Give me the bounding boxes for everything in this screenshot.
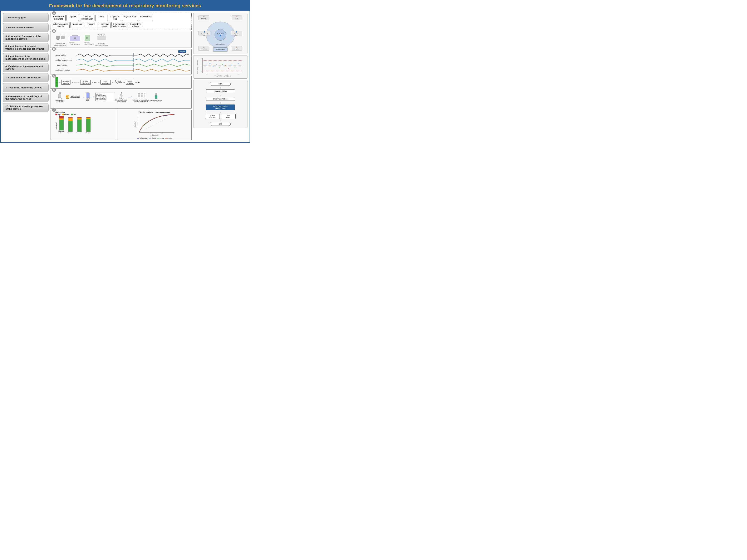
section-a-label: A (52, 11, 56, 15)
goal-pneumonia: Pneumonia (71, 22, 84, 28)
svg-rect-36 (145, 95, 145, 97)
svg-point-20 (59, 92, 61, 94)
svg-rect-32 (138, 95, 140, 97)
section-d-label: D (52, 47, 56, 51)
steps-column: 1. Monitoring goal 2. Measurement scenar… (3, 13, 49, 140)
svg-text:25: 25 (237, 73, 239, 75)
svg-line-23 (61, 97, 62, 100)
svg-text:0.6: 0.6 (137, 120, 138, 121)
svg-rect-3 (61, 36, 65, 39)
svg-point-87 (206, 65, 207, 66)
svg-rect-30 (121, 98, 122, 99)
right-column: ⊕ MOTTE 👤 🏥 HOSPITAL 🏠 REHC 👤 Profession… (193, 13, 248, 140)
svg-point-33 (141, 93, 143, 94)
svg-text:10: 10 (216, 73, 218, 75)
waveform-label-airflow: Airflow temperature (55, 59, 76, 61)
main-container: Framework for the development of respira… (0, 0, 250, 143)
step-2: 2. Measurement scenario (3, 23, 49, 32)
svg-text:5: 5 (207, 73, 207, 75)
svg-text:user: user (235, 35, 238, 36)
svg-text:🏥: 🏥 (203, 16, 205, 18)
goal-apnea: Apnea (67, 15, 79, 21)
waveform-label-nasal: Nasal airflow (55, 54, 76, 56)
svg-text:1/2·(f_R^LOW + f_R^I) [apm]: 1/2·(f_R^LOW + f_R^I) [apm] (214, 75, 230, 77)
svg-text:HOSPITAL: HOSPITAL (201, 18, 207, 19)
svg-text:0.2: 0.2 (137, 125, 138, 126)
svg-point-91 (219, 67, 220, 68)
goal-biofeedback: Biofeedback (139, 15, 153, 21)
section-e-label: E (52, 74, 56, 78)
svg-text:OUTDOOR: OUTDOOR (201, 48, 207, 50)
flow-metrics-row: % datareceived Timedelay (195, 114, 246, 119)
svg-text:👤: 👤 (236, 31, 237, 33)
svg-text:user: user (203, 35, 206, 36)
svg-text:0: 0 (202, 66, 202, 67)
svg-point-96 (235, 67, 235, 68)
svg-text:0.8: 0.8 (173, 132, 174, 134)
section-j: J Risk of bias High Unclear Low Percenta… (50, 110, 116, 140)
svg-point-37 (155, 93, 157, 95)
svg-text:Smart garment: Smart garment (84, 42, 89, 43)
svg-text:15: 15 (227, 73, 228, 75)
apnea-label: Apnea (178, 50, 186, 53)
svg-rect-25 (86, 93, 89, 98)
section-g: G Sensors wornor embedded 📶 (50, 90, 191, 109)
chain-data-box: raw dataprocessed datamedical records(pr… (95, 93, 114, 101)
svg-rect-21 (58, 94, 61, 97)
svg-text:0: 0 (138, 131, 138, 133)
roc-chart: 1-Specificity Sensitivity 0 0.2 0.4 0.8 … (119, 114, 190, 136)
goal-environment-stress: Environment-induced stress (111, 22, 128, 28)
svg-text:Professional: Professional (201, 33, 208, 34)
section-b-label: B (52, 29, 56, 33)
chain-analog: Analogelectronics (80, 80, 91, 85)
flow-data-received: % datareceived (205, 114, 220, 119)
goal-emotional-stress: Emotionalstress (98, 22, 110, 28)
svg-point-95 (231, 65, 232, 66)
svg-rect-5 (72, 35, 78, 36)
svg-point-1 (57, 39, 59, 40)
svg-point-9 (86, 37, 88, 39)
section-b: B Mobile device Mobile devicetransmitter… (50, 31, 191, 48)
step-1: 1. Monitoring goal (3, 13, 49, 22)
bland-altman-chart: 1/2·(f_R^LOW + f_R^I) [apm] f_R^FLOW - f… (194, 56, 247, 77)
section-h: Start ↓ Data acquisition ↓ Data transmis… (193, 80, 248, 128)
step-4: 4. Identification of relevant variables,… (3, 43, 49, 52)
flow-time-delay: Timedelay (221, 114, 236, 119)
svg-point-94 (228, 69, 229, 69)
goal-clinical-deterioration: Clinicaldeterioration (80, 15, 95, 21)
chain-data-acq: Dataacquisition (101, 80, 111, 85)
goal-pain: Pain (95, 15, 108, 21)
step-9: 9. Assessment of the efficacy of the mon… (3, 93, 49, 102)
svg-point-26 (87, 98, 88, 99)
goal-physical-effort: Physical effort (122, 15, 138, 21)
svg-text:SMART VEST: SMART VEST (216, 49, 225, 50)
svg-text:Technical: Technical (234, 33, 239, 34)
section-d: D Apnea Nasal airflow Airflow (50, 49, 191, 74)
flow-end: End (210, 122, 231, 126)
svg-point-88 (209, 63, 210, 64)
flow-data-acquisition: Data acquisition (206, 90, 235, 93)
roc-title: ROC for respiratory rate measurements (119, 111, 190, 113)
svg-text:1: 1 (138, 114, 138, 116)
svg-text:0.8: 0.8 (137, 117, 138, 118)
flow-arrow-4: ↓ (195, 111, 246, 113)
circle-svg: ⊕ MOTTE 👤 🏥 HOSPITAL 🏠 REHC 👤 Profession… (198, 15, 243, 52)
goal-respiratory-artifacts: Respiratoryartifacts (129, 22, 142, 28)
chain-resistive: Resistivesensors (61, 80, 71, 85)
step-3: 3. Conceptual framework of the monitorin… (3, 33, 49, 42)
svg-text:🏢: 🏢 (203, 46, 205, 48)
flow-arrow-1: ↓ (195, 86, 246, 89)
flow-start: Start (210, 82, 231, 86)
svg-text:1-Specificity: 1-Specificity (151, 134, 159, 136)
svg-text:f_R^FLOW - f_R^I [apm]: f_R^FLOW - f_R^I [apm] (197, 60, 198, 74)
section-i: ROC for respiratory rate measurements (118, 110, 191, 140)
step-7: 7. Communication architecture (3, 73, 49, 82)
waveform-label-thorax: Thorax motion (55, 64, 76, 66)
flow-data-transmission-perf: Data transmissionperformance (206, 104, 235, 110)
svg-text:👤: 👤 (220, 35, 222, 36)
svg-text:Sensitivity: Sensitivity (134, 121, 136, 127)
flow-arrow-2: ↓ (195, 94, 246, 96)
svg-text:🏠: 🏠 (236, 46, 238, 48)
flow-arrow-3: ↓ (195, 101, 246, 104)
step-5: 5. Identification of the measurement cha… (3, 53, 49, 62)
